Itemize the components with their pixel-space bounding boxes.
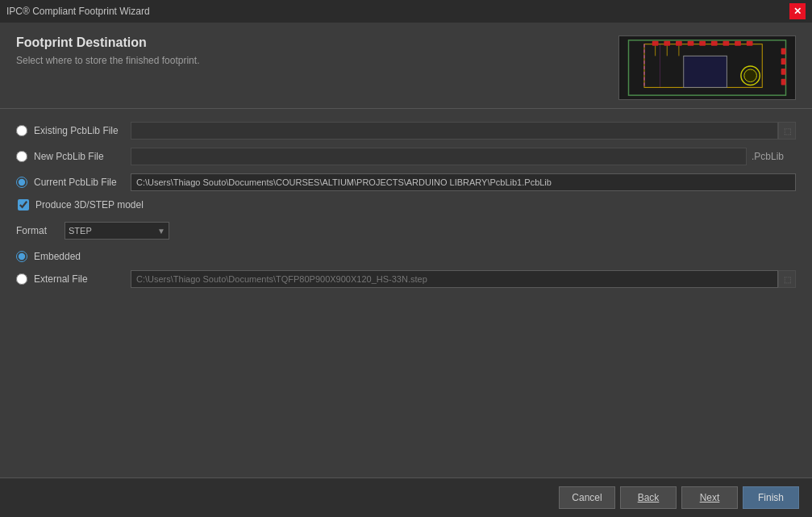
svg-rect-9 — [723, 41, 730, 46]
svg-rect-18 — [684, 56, 727, 87]
existing-pcblib-label: Existing PcbLib File — [34, 125, 131, 136]
footer-section: Cancel Back Next Finish — [0, 477, 812, 517]
existing-pcblib-input[interactable] — [131, 122, 778, 140]
format-row: Format STEP PARASOLID ▼ — [16, 222, 796, 240]
page-title: Footprint Destination — [16, 35, 618, 50]
svg-rect-3 — [652, 41, 659, 46]
svg-rect-10 — [735, 41, 741, 46]
svg-rect-5 — [676, 41, 682, 46]
header-image — [618, 35, 796, 100]
embedded-radio[interactable] — [16, 251, 27, 262]
current-pcblib-row: Current PcbLib File C:\Users\Thiago Sout… — [16, 173, 796, 191]
close-button[interactable]: ✕ — [789, 3, 806, 19]
current-pcblib-path: C:\Users\Thiago Souto\Documents\COURSES\… — [131, 173, 796, 191]
svg-rect-4 — [664, 41, 670, 46]
svg-rect-14 — [781, 69, 786, 75]
external-file-radio[interactable] — [16, 273, 27, 285]
wizard-window: IPC® Compliant Footprint Wizard ✕ Footpr… — [0, 0, 812, 517]
content-area: Footprint Destination Select where to st… — [0, 23, 812, 517]
header-text: Footprint Destination Select where to st… — [16, 35, 618, 66]
external-file-browse[interactable]: ⬚ — [778, 270, 796, 288]
svg-rect-15 — [781, 79, 786, 85]
svg-rect-13 — [781, 58, 786, 65]
new-pcblib-input[interactable] — [131, 148, 747, 165]
window-title: IPC® Compliant Footprint Wizard — [6, 6, 150, 17]
existing-pcblib-browse[interactable]: ⬚ — [778, 122, 796, 140]
page-subtitle: Select where to store the finished footp… — [16, 55, 618, 66]
external-file-path: C:\Users\Thiago Souto\Documents\TQFP80P9… — [131, 270, 778, 288]
external-file-row: External File C:\Users\Thiago Souto\Docu… — [16, 270, 796, 288]
next-button[interactable]: Next — [681, 486, 738, 509]
produce-3d-label: Produce 3D/STEP model — [35, 199, 144, 211]
format-select[interactable]: STEP PARASOLID — [65, 222, 169, 240]
current-pcblib-radio[interactable] — [16, 177, 27, 188]
header-section: Footprint Destination Select where to st… — [0, 23, 812, 108]
produce-3d-checkbox[interactable] — [18, 199, 29, 211]
back-button[interactable]: Back — [620, 486, 677, 509]
current-pcblib-label: Current PcbLib File — [34, 177, 131, 188]
new-pcblib-label: New PcbLib File — [34, 151, 131, 162]
browse-icon: ⬚ — [784, 127, 791, 136]
form-section: Existing PcbLib File ⬚ New PcbLib File .… — [0, 109, 812, 477]
svg-point-17 — [744, 69, 757, 82]
new-pcblib-radio[interactable] — [16, 151, 27, 162]
existing-pcblib-radio[interactable] — [16, 125, 27, 136]
title-bar: IPC® Compliant Footprint Wizard ✕ — [0, 0, 812, 23]
svg-rect-7 — [699, 41, 706, 46]
new-pcblib-suffix: .PcbLib — [752, 151, 796, 162]
svg-rect-11 — [747, 41, 753, 46]
embedded-row: Embedded — [16, 251, 796, 262]
external-file-label: External File — [34, 273, 131, 285]
format-select-wrapper: STEP PARASOLID ▼ — [65, 222, 169, 240]
browse-icon-2: ⬚ — [784, 275, 791, 284]
svg-rect-6 — [688, 41, 694, 46]
embedded-label: Embedded — [34, 251, 131, 262]
cancel-button[interactable]: Cancel — [559, 486, 615, 509]
existing-pcblib-row: Existing PcbLib File ⬚ — [16, 122, 796, 140]
svg-rect-8 — [711, 41, 718, 46]
new-pcblib-row: New PcbLib File .PcbLib — [16, 148, 796, 165]
svg-rect-12 — [781, 48, 786, 55]
finish-button[interactable]: Finish — [743, 486, 799, 509]
produce-3d-row: Produce 3D/STEP model — [18, 199, 796, 211]
format-label: Format — [16, 225, 65, 236]
